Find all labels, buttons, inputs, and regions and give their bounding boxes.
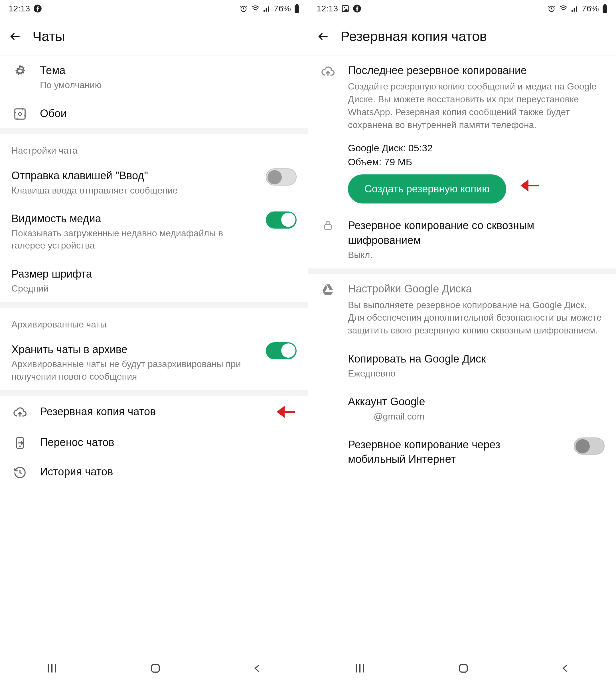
page-title: Резервная копия чатов [340, 28, 487, 44]
theme-value: По умолчанию [40, 79, 296, 91]
create-backup-button[interactable]: Создать резервную копию [348, 175, 506, 204]
media-vis-title: Видимость медиа [12, 211, 251, 226]
row-cellular-backup[interactable]: Резервное копирование через мобильный Ин… [308, 430, 616, 474]
svg-rect-12 [152, 665, 159, 672]
row-e2e-encryption[interactable]: Резервное копирование со сквозным шифров… [308, 211, 616, 269]
row-chat-backup[interactable]: Резервная копия чатов [0, 396, 308, 428]
status-time: 12:13 [8, 4, 30, 14]
account-title: Аккаунт Google [348, 394, 604, 409]
row-copy-to-gdrive[interactable]: Копировать на Google Диск Ежедневно [308, 344, 616, 387]
section-archived: Архивированные чаты [0, 308, 308, 335]
row-keep-archived[interactable]: Хранить чаты в архиве Архивированные чат… [0, 335, 308, 390]
svg-rect-20 [603, 5, 607, 13]
backup-size: Объем: 79 МБ [348, 157, 604, 167]
nav-bar [308, 653, 616, 684]
transfer-title: Перенос чатов [40, 435, 296, 450]
svg-rect-23 [460, 665, 467, 672]
svg-rect-18 [574, 8, 575, 12]
last-backup-desc: Создайте резервную копию сообщений и мед… [348, 80, 604, 131]
media-vis-switch[interactable] [266, 211, 296, 229]
keep-arch-desc: Архивированные чаты не будут разархивиро… [12, 358, 251, 383]
row-theme[interactable]: Тема По умолчанию [0, 56, 308, 99]
section-gdrive-settings: Настройки Google Диска Вы выполняете рез… [308, 274, 616, 344]
header: Чаты [0, 17, 308, 56]
keep-arch-title: Хранить чаты в архиве [12, 342, 251, 357]
status-time: 12:13 [316, 4, 338, 14]
nav-back-icon[interactable] [560, 663, 571, 674]
theme-title: Тема [40, 63, 296, 78]
row-chat-history[interactable]: История чатов [0, 457, 308, 487]
row-google-account[interactable]: Аккаунт Google @gmail.com [308, 387, 616, 430]
red-arrow-annotation [271, 403, 296, 420]
gdrive-header: Настройки Google Диска [348, 281, 604, 296]
svg-point-10 [19, 113, 21, 115]
red-arrow-annotation [515, 177, 541, 194]
battery-icon [602, 4, 608, 13]
section-chat-settings: Настройки чата [0, 134, 308, 161]
nav-home-icon[interactable] [149, 662, 162, 675]
screen-chats: 12:13 76% Чаты Тема По умолчанию [0, 0, 308, 684]
facebook-icon [34, 4, 42, 13]
google-drive-icon [320, 281, 336, 296]
wifi-icon [559, 4, 568, 13]
divider [0, 302, 308, 308]
cloud-upload-icon [320, 63, 336, 79]
gdrive-time: Google Диск: 05:32 [348, 142, 604, 154]
nav-back-icon[interactable] [252, 663, 263, 674]
enter-send-switch[interactable] [266, 168, 296, 185]
status-bar: 12:13 76% [0, 0, 308, 17]
cellular-title: Резервное копирование через мобильный Ин… [348, 437, 559, 467]
svg-rect-4 [268, 6, 269, 12]
copy-to-value: Ежедневно [348, 367, 604, 380]
cellular-switch[interactable] [574, 437, 604, 455]
image-icon [342, 4, 349, 13]
lock-icon [320, 218, 336, 231]
row-transfer-chats[interactable]: Перенос чатов [0, 428, 308, 457]
row-font-size[interactable]: Размер шрифта Средний [0, 259, 308, 302]
row-enter-send[interactable]: Отправка клавишей "Ввод" Клавиша ввода о… [0, 161, 308, 204]
nav-home-icon[interactable] [457, 662, 470, 675]
enter-send-title: Отправка клавишей "Ввод" [12, 168, 251, 183]
phone-transfer-icon [12, 435, 28, 450]
row-wallpaper[interactable]: Обои [0, 99, 308, 128]
back-button[interactable] [8, 30, 22, 43]
account-value: @gmail.com [348, 410, 604, 423]
facebook-icon [353, 4, 361, 13]
page-title: Чаты [32, 28, 65, 44]
alarm-icon [548, 4, 555, 13]
back-button[interactable] [316, 30, 330, 43]
screen-backup: 12:13 76% Резервная копия чатов Последне… [308, 0, 616, 684]
e2e-value: Выкл. [348, 249, 604, 261]
history-icon [12, 464, 28, 479]
battery-percent: 76% [274, 4, 291, 14]
copy-to-title: Копировать на Google Диск [348, 352, 604, 366]
svg-rect-19 [576, 6, 577, 12]
svg-rect-6 [296, 4, 298, 5]
row-media-visibility[interactable]: Видимость медиа Показывать загруженные н… [0, 204, 308, 259]
svg-point-14 [344, 7, 345, 8]
divider [308, 269, 616, 274]
nav-bar [0, 653, 308, 684]
svg-rect-17 [572, 10, 573, 12]
header: Резервная копия чатов [308, 17, 616, 56]
cloud-upload-icon [12, 404, 28, 419]
divider [0, 128, 308, 134]
last-backup-header: Последнее резервное копирование [348, 63, 604, 78]
font-size-value: Средний [12, 282, 296, 295]
font-size-title: Размер шрифта [12, 267, 296, 281]
wallpaper-title: Обои [40, 106, 296, 121]
signal-icon [263, 5, 270, 12]
gdrive-desc: Вы выполняете резервное копирование на G… [348, 299, 604, 337]
svg-rect-22 [325, 225, 331, 230]
wifi-icon [251, 4, 260, 13]
keep-arch-switch[interactable] [266, 342, 296, 359]
nav-recents-icon[interactable] [353, 661, 367, 676]
section-last-backup: Последнее резервное копирование Создайте… [308, 56, 616, 211]
status-bar: 12:13 76% [308, 0, 616, 17]
svg-rect-9 [15, 109, 25, 119]
nav-recents-icon[interactable] [45, 661, 59, 676]
theme-icon [12, 63, 28, 78]
battery-percent: 76% [582, 4, 599, 14]
signal-icon [571, 5, 578, 12]
enter-send-desc: Клавиша ввода отправляет сообщение [12, 184, 251, 197]
